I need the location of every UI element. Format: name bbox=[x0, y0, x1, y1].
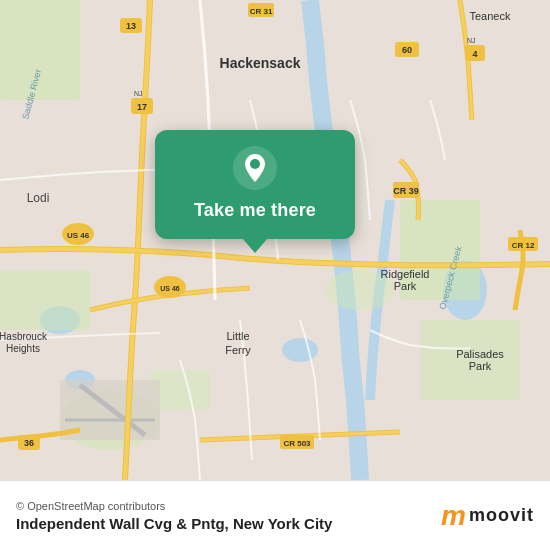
svg-text:CR 503: CR 503 bbox=[283, 439, 311, 448]
svg-rect-5 bbox=[0, 0, 80, 100]
map-container: 17 NJ US 46 US 46 CR 39 4 NJ CR 31 13 60… bbox=[0, 0, 550, 480]
svg-text:Little: Little bbox=[226, 330, 249, 342]
bottom-left: © OpenStreetMap contributors Independent… bbox=[16, 500, 332, 532]
map-svg: 17 NJ US 46 US 46 CR 39 4 NJ CR 31 13 60… bbox=[0, 0, 550, 480]
svg-text:US 46: US 46 bbox=[67, 231, 90, 240]
svg-text:Park: Park bbox=[469, 360, 492, 372]
svg-text:Ridgefield: Ridgefield bbox=[381, 268, 430, 280]
tooltip-card: Take me there bbox=[155, 130, 355, 239]
svg-text:36: 36 bbox=[24, 438, 34, 448]
svg-text:Teaneck: Teaneck bbox=[470, 10, 511, 22]
take-me-there-button[interactable]: Take me there bbox=[194, 200, 316, 221]
svg-text:4: 4 bbox=[472, 49, 477, 59]
moovit-wordmark: moovit bbox=[469, 505, 534, 526]
svg-text:US 46: US 46 bbox=[160, 285, 180, 292]
moovit-m-icon: m bbox=[441, 500, 464, 532]
pin-icon bbox=[233, 146, 277, 190]
svg-text:Palisades: Palisades bbox=[456, 348, 504, 360]
svg-text:NJ: NJ bbox=[467, 37, 476, 44]
svg-point-53 bbox=[250, 159, 260, 169]
svg-rect-8 bbox=[0, 270, 90, 330]
svg-text:CR 12: CR 12 bbox=[512, 241, 535, 250]
svg-text:Heights: Heights bbox=[6, 343, 40, 354]
svg-text:Ferry: Ferry bbox=[225, 344, 251, 356]
bottom-bar: © OpenStreetMap contributors Independent… bbox=[0, 480, 550, 550]
svg-text:Lodi: Lodi bbox=[27, 191, 50, 205]
svg-text:60: 60 bbox=[402, 45, 412, 55]
svg-text:Park: Park bbox=[394, 280, 417, 292]
svg-point-3 bbox=[282, 338, 318, 362]
svg-text:13: 13 bbox=[126, 21, 136, 31]
svg-text:CR 31: CR 31 bbox=[250, 7, 273, 16]
osm-attribution: © OpenStreetMap contributors bbox=[16, 500, 332, 512]
svg-text:CR 39: CR 39 bbox=[393, 186, 419, 196]
svg-text:Hackensack: Hackensack bbox=[220, 55, 301, 71]
svg-text:NJ: NJ bbox=[134, 90, 143, 97]
svg-text:Hasbrouck: Hasbrouck bbox=[0, 331, 48, 342]
svg-text:17: 17 bbox=[137, 102, 147, 112]
location-name: Independent Wall Cvg & Pntg, New York Ci… bbox=[16, 515, 332, 532]
moovit-logo: m moovit bbox=[441, 500, 534, 532]
